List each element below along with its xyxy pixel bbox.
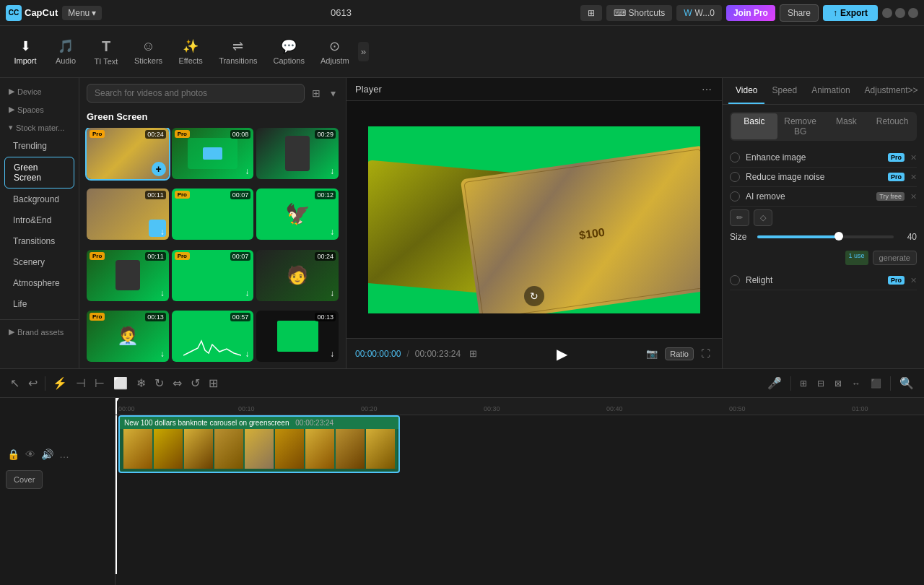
tool-audio[interactable]: 🎵 Audio	[46, 34, 85, 69]
relight-info-button[interactable]: ✕	[910, 276, 917, 285]
join-pro-button[interactable]: Join Pro	[726, 5, 775, 21]
player-settings-button[interactable]: ⋯	[700, 82, 713, 97]
tl-more-button[interactable]: …	[58, 447, 71, 462]
tool-stickers[interactable]: ☺ Stickers	[127, 35, 170, 69]
tab-adjustment[interactable]: Adjustment>>	[858, 78, 924, 104]
media-thumb-7[interactable]: Pro 00:11 ↓	[87, 250, 169, 301]
filter-button[interactable]: ▾	[328, 84, 339, 102]
tool-effects[interactable]: ✨ Effects	[171, 34, 210, 69]
sidebar-item-transitions[interactable]: Transitions	[4, 231, 74, 251]
snapshot-button[interactable]: 📷	[643, 347, 661, 360]
grid-view-button[interactable]: ⊞	[466, 347, 480, 360]
timeline-main[interactable]: 00:00 00:10 00:20 00:30 00:40 00:50 01:0…	[116, 398, 924, 585]
ai-tool-brush[interactable]: ✏	[730, 209, 749, 226]
enhance-image-toggle[interactable]	[730, 152, 740, 162]
reduce-info-button[interactable]: ✕	[910, 173, 917, 182]
trim-start-button[interactable]: ⊣	[71, 373, 90, 393]
media-thumb-8[interactable]: Pro 00:07 ↓	[172, 250, 254, 301]
tool-adjust[interactable]: ⊙ Adjustm	[313, 34, 357, 69]
shortcuts-button[interactable]: ⌨ Shortcuts	[606, 5, 673, 21]
tool-text[interactable]: T TI Text	[87, 34, 126, 70]
sidebar-item-trending[interactable]: Trending	[4, 136, 74, 156]
workspace-button[interactable]: W W...0	[676, 5, 722, 21]
select-tool[interactable]: ↖	[6, 373, 24, 393]
tl-tool-5[interactable]: ⬛	[866, 376, 886, 391]
freeze-button[interactable]: ❄	[132, 373, 150, 393]
sidebar-item-scenery[interactable]: Scenery	[4, 252, 74, 272]
sidebar-item-green-screen[interactable]: Green Screen	[4, 157, 74, 188]
tool-captions[interactable]: 💬 Captions	[266, 34, 312, 69]
timeline-clip-main[interactable]: New 100 dollars banknote carousel on gre…	[118, 415, 400, 473]
media-thumb-2[interactable]: Pro 00:08 ↓	[172, 128, 254, 179]
relight-toggle[interactable]	[730, 275, 740, 285]
sidebar-item-intro-end[interactable]: Intro&End	[4, 210, 74, 230]
tl-tool-4[interactable]: ↔	[847, 376, 865, 391]
undo-button[interactable]: ↩	[24, 373, 42, 393]
tab-video[interactable]: Video	[728, 78, 764, 104]
tl-audio-button[interactable]: 🔊	[40, 447, 55, 462]
fullscreen-button[interactable]: ⛶	[698, 347, 713, 360]
basic-tab-mask[interactable]: Mask	[824, 113, 870, 139]
ai-remove-info-button[interactable]: ✕	[910, 192, 917, 202]
media-thumb-6[interactable]: 🦅 00:12 ↓	[256, 188, 339, 240]
tl-zoom-in[interactable]: 🔍	[895, 373, 918, 393]
ai-tool-eraser[interactable]: ◇	[754, 209, 772, 226]
crop-button[interactable]: ⊞	[204, 373, 222, 393]
flip-h-button[interactable]: ⇔	[168, 373, 186, 393]
search-filter-button[interactable]: ⊞	[309, 84, 323, 102]
share-button[interactable]: Share	[780, 4, 819, 22]
eraser-icon: ◇	[760, 213, 766, 222]
search-input[interactable]	[87, 84, 305, 103]
media-thumb-1[interactable]: Pro 00:24 +	[87, 128, 169, 179]
media-thumb-9[interactable]: 🧑 00:24 ↓	[256, 250, 339, 301]
maximize-button[interactable]	[895, 8, 905, 18]
media-thumb-5[interactable]: Pro 00:07	[172, 188, 254, 240]
tool-transitions[interactable]: ⇌ Transitions	[212, 34, 264, 69]
generate-button[interactable]: generate	[873, 251, 917, 265]
delete-button[interactable]: ⬜	[109, 373, 132, 393]
loop-button[interactable]: ↻	[150, 373, 168, 393]
size-slider[interactable]	[757, 235, 894, 238]
tl-tool-3[interactable]: ⊠	[830, 376, 846, 391]
spaces-section-header[interactable]: ▶ Spaces	[0, 102, 79, 117]
mic-button[interactable]: 🎤	[763, 373, 786, 393]
basic-tab-retouch[interactable]: Retouch	[869, 113, 915, 139]
minimize-button[interactable]	[882, 8, 892, 18]
play-button[interactable]: ▶	[557, 345, 567, 363]
rotate-button[interactable]: ↺	[186, 373, 204, 393]
tl-eye-button[interactable]: 👁	[24, 447, 37, 462]
media-thumb-10[interactable]: 🧑‍💼 Pro 00:13 ↓	[87, 311, 169, 362]
media-thumb-12[interactable]: 00:13 ↓	[256, 311, 339, 362]
reduce-noise-toggle[interactable]	[730, 172, 740, 182]
export-button[interactable]: ↑ Export	[823, 5, 878, 21]
tab-animation[interactable]: Animation	[804, 78, 857, 104]
media-thumb-11[interactable]: 00:57 ↓	[172, 311, 254, 362]
brand-assets-header[interactable]: ▶ Brand assets	[0, 324, 79, 339]
media-thumb-3[interactable]: 00:29 ↓	[256, 128, 339, 179]
enhance-info-button[interactable]: ✕	[910, 153, 917, 162]
basic-tab-remove-bg[interactable]: Remove BG	[777, 113, 824, 139]
basic-tab-basic[interactable]: Basic	[731, 113, 777, 139]
device-section-header[interactable]: ▶ Device	[0, 84, 79, 99]
close-button[interactable]	[908, 8, 918, 18]
add-to-timeline-button-1[interactable]: +	[152, 162, 166, 176]
media-thumb-4[interactable]: 00:11 ↓	[87, 188, 169, 240]
trim-end-button[interactable]: ⊢	[90, 373, 109, 393]
ratio-button[interactable]: Ratio	[665, 347, 694, 360]
split-button[interactable]: ⚡	[48, 373, 71, 393]
sidebar-item-atmosphere[interactable]: Atmosphere	[4, 273, 74, 293]
sidebar-item-background[interactable]: Background	[4, 189, 74, 209]
player-rotate-button[interactable]: ↻	[524, 286, 544, 306]
toolbar-more-button[interactable]: »	[358, 42, 369, 61]
tl-lock-button[interactable]: 🔒	[6, 447, 21, 462]
tab-speed[interactable]: Speed	[764, 78, 804, 104]
layout-button[interactable]: ⊞	[580, 5, 602, 21]
menu-button[interactable]: Menu ▾	[62, 6, 102, 20]
stock-section-header[interactable]: ▾ Stock mater...	[0, 120, 79, 135]
ai-remove-toggle[interactable]	[730, 191, 740, 202]
sidebar-item-life[interactable]: Life	[4, 294, 74, 314]
tl-tool-1[interactable]: ⊞	[796, 376, 811, 391]
cover-button[interactable]: Cover	[6, 470, 43, 489]
tl-tool-2[interactable]: ⊟	[813, 376, 829, 391]
tool-import[interactable]: ⬇ Import	[6, 34, 45, 69]
